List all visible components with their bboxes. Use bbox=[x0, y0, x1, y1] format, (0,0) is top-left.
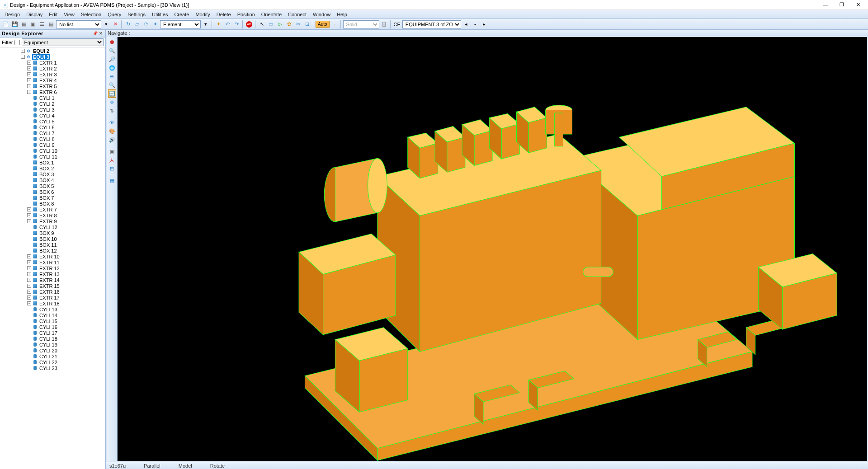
tool-icon[interactable]: ▦ bbox=[20, 20, 28, 28]
tool-icon[interactable]: ✦ bbox=[214, 20, 222, 28]
vtool-icon[interactable]: 🔍 bbox=[108, 47, 116, 55]
tree-label[interactable]: EXTR 5 bbox=[38, 84, 58, 89]
vtool-icon[interactable]: ⬢ bbox=[108, 38, 116, 46]
tree-node[interactable]: CYLI 4 bbox=[0, 113, 105, 118]
expand-icon[interactable]: + bbox=[27, 213, 31, 217]
tool-icon[interactable]: ↷ bbox=[232, 20, 241, 28]
delete-icon[interactable]: ✕ bbox=[111, 20, 119, 28]
tree-node[interactable]: BOX 7 bbox=[0, 195, 105, 201]
expand-icon[interactable]: + bbox=[27, 84, 31, 88]
tree-node[interactable]: CYLI 9 bbox=[0, 142, 105, 148]
tree-label[interactable]: CYLI 14 bbox=[38, 313, 58, 318]
tree-node[interactable]: CYLI 19 bbox=[0, 342, 105, 347]
menu-utilities[interactable]: Utilities bbox=[149, 11, 170, 18]
vtool-icon[interactable]: 🔍 bbox=[108, 81, 116, 89]
menu-query[interactable]: Query bbox=[105, 11, 124, 18]
tree-node[interactable]: +⚙EQUI 2 bbox=[0, 48, 105, 54]
tree-node[interactable]: +EXTR 9 bbox=[0, 218, 105, 224]
vtool-icon[interactable]: 🔊 bbox=[108, 136, 116, 144]
tree-label[interactable]: BOX 2 bbox=[38, 166, 55, 171]
tree-node[interactable]: BOX 4 bbox=[0, 177, 105, 183]
close-panel-icon[interactable]: ✕ bbox=[98, 31, 104, 36]
tree-node[interactable]: BOX 12 bbox=[0, 248, 105, 253]
pointer-icon[interactable]: ↖ bbox=[258, 20, 266, 28]
save-icon[interactable]: 💾 bbox=[11, 20, 19, 28]
tree-label[interactable]: CYLI 16 bbox=[38, 324, 58, 330]
tree-node[interactable]: +EXTR 14 bbox=[0, 277, 105, 283]
tree-label[interactable]: CYLI 5 bbox=[38, 119, 56, 124]
tree-node[interactable]: +EXTR 18 bbox=[0, 300, 105, 306]
tool-icon[interactable]: ✿ bbox=[285, 20, 293, 28]
3d-canvas[interactable]: .f1{fill:#e89020;stroke:#2f2;stroke-widt… bbox=[118, 37, 867, 461]
tool-icon[interactable]: ↻ bbox=[124, 20, 132, 28]
vtool-icon[interactable]: ▦ bbox=[108, 176, 116, 184]
tree-label[interactable]: CYLI 7 bbox=[38, 131, 56, 136]
ad-icon[interactable]: AD bbox=[245, 20, 253, 28]
tree-node[interactable]: CYLI 8 bbox=[0, 136, 105, 142]
tree-node[interactable]: CYLI 21 bbox=[0, 353, 105, 359]
menu-orientate[interactable]: Orientate bbox=[259, 11, 284, 18]
tree-label[interactable]: EXTR 8 bbox=[38, 213, 58, 218]
tree-label[interactable]: EXTR 2 bbox=[38, 66, 58, 71]
tree-node[interactable]: CYLI 22 bbox=[0, 359, 105, 365]
expand-icon[interactable]: + bbox=[27, 295, 31, 300]
menu-view[interactable]: View bbox=[61, 11, 77, 18]
tool-icon[interactable]: ⊡ bbox=[303, 20, 311, 28]
vtool-icon[interactable]: ⊞ bbox=[108, 164, 116, 173]
tree-node[interactable]: +EXTR 3 bbox=[0, 71, 105, 77]
new-icon[interactable]: 📄 bbox=[2, 20, 10, 28]
tree-node[interactable]: BOX 9 bbox=[0, 230, 105, 236]
expand-icon[interactable]: + bbox=[27, 90, 31, 94]
tree-label[interactable]: BOX 7 bbox=[38, 195, 55, 201]
list-combo[interactable]: No list bbox=[56, 20, 101, 28]
expand-icon[interactable]: + bbox=[27, 272, 31, 276]
tool-icon[interactable]: ☰ bbox=[38, 20, 46, 28]
tree-node[interactable]: CYLI 17 bbox=[0, 330, 105, 336]
tree-label[interactable]: BOX 5 bbox=[38, 183, 55, 189]
tree-label[interactable]: BOX 6 bbox=[38, 189, 55, 195]
menu-window[interactable]: Window bbox=[310, 11, 333, 18]
tree-label[interactable]: EQUI 2 bbox=[32, 48, 50, 54]
element-combo[interactable]: Element bbox=[160, 20, 201, 28]
rotate-icon[interactable]: 🔄 bbox=[108, 89, 116, 98]
tree-label[interactable]: CYLI 8 bbox=[38, 136, 56, 142]
tree-node[interactable]: +EXTR 12 bbox=[0, 265, 105, 271]
dropdown-icon[interactable]: ▾ bbox=[102, 20, 110, 28]
tree-label[interactable]: CYLI 20 bbox=[38, 348, 58, 353]
tree-node[interactable]: +EXTR 11 bbox=[0, 259, 105, 265]
expand-icon[interactable]: + bbox=[27, 78, 31, 82]
menu-selection[interactable]: Selection bbox=[78, 11, 104, 18]
menu-edit[interactable]: Edit bbox=[46, 11, 60, 18]
tree-label[interactable]: EXTR 18 bbox=[38, 301, 61, 306]
prev-icon[interactable]: ◂ bbox=[462, 20, 470, 28]
tree-label[interactable]: EXTR 6 bbox=[38, 89, 58, 95]
db-icon[interactable]: 🗄 bbox=[380, 20, 388, 28]
nav-combo[interactable]: EQUIPMENT 3 of ZONE 2 of S bbox=[402, 20, 461, 28]
tree-label[interactable]: CYLI 21 bbox=[38, 354, 58, 359]
tool-icon[interactable]: ↶ bbox=[223, 20, 231, 28]
tree-node[interactable]: CYLI 15 bbox=[0, 318, 105, 324]
tree-node[interactable]: +EXTR 16 bbox=[0, 289, 105, 295]
tree-label[interactable]: BOX 3 bbox=[38, 172, 55, 177]
tree-label[interactable]: BOX 12 bbox=[38, 248, 58, 253]
tree-label[interactable]: EXTR 17 bbox=[38, 295, 61, 300]
expand-icon[interactable]: + bbox=[21, 49, 25, 53]
tree-node[interactable]: +EXTR 13 bbox=[0, 271, 105, 277]
expand-icon[interactable]: + bbox=[27, 66, 31, 70]
tree-label[interactable]: EXTR 1 bbox=[38, 60, 58, 66]
tree-label[interactable]: CYLI 6 bbox=[38, 125, 56, 130]
menu-create[interactable]: Create bbox=[171, 11, 192, 18]
tree-node[interactable]: +EXTR 15 bbox=[0, 283, 105, 289]
vtool-icon[interactable]: ✥ bbox=[108, 98, 116, 106]
menu-help[interactable]: Help bbox=[334, 11, 350, 18]
tree-node[interactable]: BOX 5 bbox=[0, 183, 105, 189]
next-icon[interactable]: ▸ bbox=[480, 20, 488, 28]
tool-icon[interactable]: ▷ bbox=[276, 20, 284, 28]
tree-label[interactable]: EXTR 15 bbox=[38, 283, 61, 289]
vtool-icon[interactable]: ▣ bbox=[108, 147, 116, 155]
tree-node[interactable]: CYLI 1 bbox=[0, 95, 105, 101]
tree-node[interactable]: CYLI 11 bbox=[0, 154, 105, 159]
tree-node[interactable]: BOX 8 bbox=[0, 201, 105, 206]
tree-node[interactable]: CYLI 3 bbox=[0, 107, 105, 113]
expand-icon[interactable]: + bbox=[27, 207, 31, 211]
